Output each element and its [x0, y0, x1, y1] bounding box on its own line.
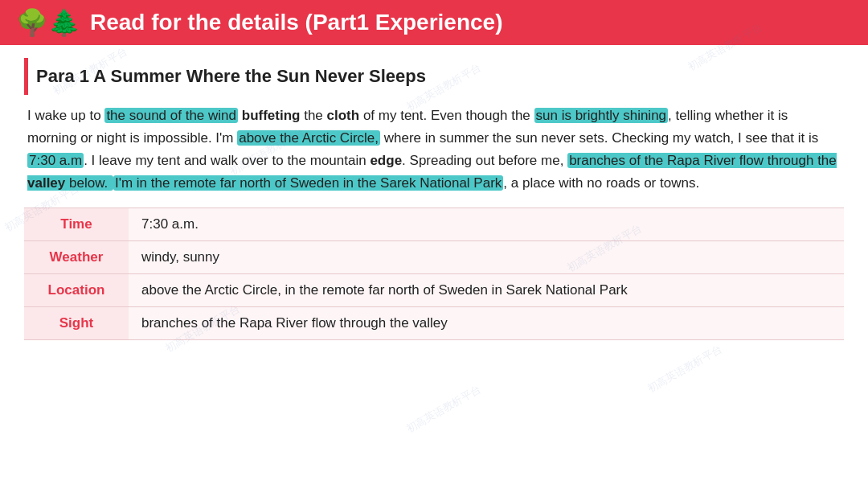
highlight-sun: sun is brightly shining	[534, 108, 669, 123]
text-intro: I wake up to	[27, 108, 104, 123]
table-row: Time7:30 a.m.	[24, 208, 844, 241]
text-buffeting: buffeting the cloth of my tent. Even tho…	[238, 108, 534, 123]
para-title: Para 1 A Summer Where the Sun Never Slee…	[24, 58, 844, 95]
info-table: Time7:30 a.m.Weatherwindy, sunnyLocation…	[24, 208, 844, 340]
text-place: , a place with no roads or towns.	[503, 175, 699, 191]
table-row: Weatherwindy, sunny	[24, 241, 844, 274]
header: 🌳🌲 Read for the details (Part1 Experienc…	[0, 0, 868, 45]
table-row: Locationabove the Arctic Circle, in the …	[24, 274, 844, 307]
table-value: above the Arctic Circle, in the remote f…	[129, 274, 844, 307]
table-label: Weather	[24, 241, 129, 274]
text-where: where in summer the sun never sets. Chec…	[380, 130, 818, 146]
highlight-remote: I'm in the remote far north of Sweden in…	[113, 175, 503, 191]
header-icon: 🌳🌲	[16, 10, 80, 35]
paragraph-text: I wake up to the sound of the wind buffe…	[24, 105, 844, 195]
header-title: Read for the details (Part1 Experience)	[90, 10, 503, 35]
table-value: 7:30 a.m.	[129, 208, 844, 241]
table-row: Sightbranches of the Rapa River flow thr…	[24, 307, 844, 340]
text-leave: . I leave my tent and walk over to the m…	[84, 153, 567, 168]
highlight-time: 7:30 a.m	[27, 153, 84, 168]
table-label: Time	[24, 208, 129, 241]
highlight-arctic: above the Arctic Circle,	[237, 130, 380, 146]
table-value: branches of the Rapa River flow through …	[129, 307, 844, 340]
main-content: Para 1 A Summer Where the Sun Never Slee…	[0, 45, 868, 353]
table-value: windy, sunny	[129, 241, 844, 274]
table-label: Location	[24, 274, 129, 307]
table-label: Sight	[24, 307, 129, 340]
highlight-wind: the sound of the wind	[104, 108, 238, 123]
